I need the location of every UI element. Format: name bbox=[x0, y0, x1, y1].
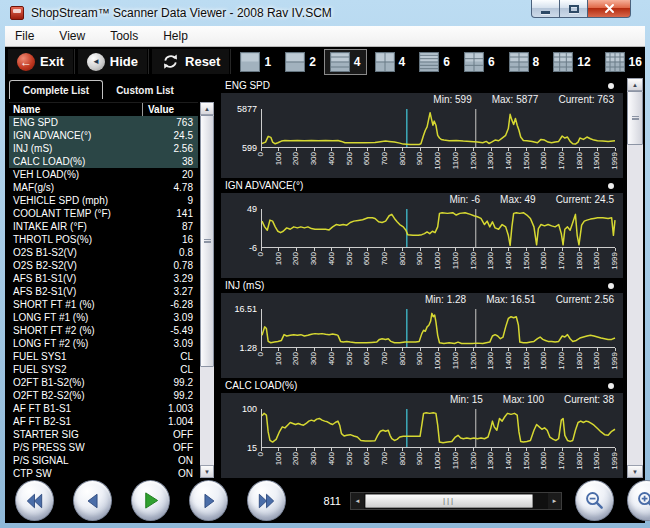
x-tick-label: 1700 bbox=[557, 152, 567, 178]
layout-button-12-4x3[interactable]: 12 bbox=[547, 49, 596, 75]
record-icon[interactable] bbox=[608, 183, 614, 189]
skip-to-start-button[interactable] bbox=[15, 480, 54, 521]
menu-file[interactable]: File bbox=[15, 29, 34, 43]
param-row[interactable]: P/S PRESS SWOFF bbox=[9, 441, 198, 454]
app-window: ShopStream™ Scanner Data Viewer - 2008 R… bbox=[0, 0, 650, 528]
layout-button-4-4x1[interactable]: 4 bbox=[324, 49, 367, 75]
param-name: O2FT B1-S2(%) bbox=[9, 377, 144, 388]
scroll-up-button[interactable]: ▲ bbox=[200, 102, 214, 115]
param-row[interactable]: MAF(g/s)4.78 bbox=[9, 181, 198, 194]
list-scrollbar-thumb[interactable] bbox=[200, 115, 214, 367]
layout-button-2-2x1[interactable]: 2 bbox=[279, 49, 322, 75]
x-tick-label: 600 bbox=[362, 252, 372, 278]
x-tick-label: 900 bbox=[415, 452, 425, 478]
tab-custom-list[interactable]: Custom List bbox=[103, 81, 187, 99]
param-name: AF FT B2-S1 bbox=[9, 416, 144, 427]
param-value: ON bbox=[144, 455, 198, 466]
x-tick-label: 1700 bbox=[557, 452, 567, 478]
grid-icon bbox=[509, 52, 529, 72]
step-back-button[interactable] bbox=[73, 480, 112, 521]
param-row[interactable]: LONG FT #1 (%)3.09 bbox=[9, 311, 198, 324]
param-row[interactable]: VEH LOAD(%)20 bbox=[9, 168, 198, 181]
x-tick-label: 1900 bbox=[592, 152, 602, 178]
param-name: ENG SPD bbox=[9, 117, 144, 128]
param-row[interactable]: AFS B2-S1(V)3.27 bbox=[9, 285, 198, 298]
scroll-down-button[interactable]: ▼ bbox=[200, 465, 214, 478]
param-row[interactable]: INJ (mS)2.56 bbox=[9, 142, 198, 155]
grid-icon bbox=[605, 52, 625, 72]
param-row[interactable]: O2FT B1-S2(%)99.2 bbox=[9, 376, 198, 389]
exit-button[interactable]: ← Exit bbox=[8, 49, 73, 74]
charts-scrollbar-thumb[interactable] bbox=[627, 91, 643, 145]
fast-forward-button[interactable] bbox=[247, 480, 286, 521]
param-row[interactable]: LONG FT #2 (%)3.09 bbox=[9, 337, 198, 350]
layout-button-1-1x1[interactable]: 1 bbox=[234, 49, 277, 75]
param-row[interactable]: AFS B1-S1(V)3.29 bbox=[9, 272, 198, 285]
param-row[interactable]: AF FT B1-S11.003 bbox=[9, 402, 198, 415]
param-name: STARTER SIG bbox=[9, 429, 144, 440]
param-row[interactable]: INTAKE AIR (°F)87 bbox=[9, 220, 198, 233]
tab-complete-list[interactable]: Complete List bbox=[9, 80, 103, 99]
scroll-up-button[interactable]: ▲ bbox=[627, 78, 643, 91]
param-row[interactable]: O2S B2-S2(V)0.78 bbox=[9, 259, 198, 272]
param-row[interactable]: VEHICLE SPD (mph)9 bbox=[9, 194, 198, 207]
minimize-button[interactable] bbox=[531, 0, 560, 18]
zoom-out-button[interactable] bbox=[575, 480, 614, 521]
chart-plot[interactable] bbox=[261, 409, 615, 448]
x-tick-label: 1000 bbox=[433, 452, 443, 478]
param-name: FUEL SYS2 bbox=[9, 364, 144, 375]
record-icon[interactable] bbox=[608, 283, 614, 289]
x-tick-label: 800 bbox=[398, 352, 408, 378]
scroll-right-button[interactable]: ► bbox=[548, 493, 561, 509]
chart-plot[interactable] bbox=[261, 109, 615, 148]
layout-button-4-2x2[interactable]: 4 bbox=[369, 49, 412, 75]
hide-button[interactable]: ◄ Hide bbox=[78, 49, 147, 74]
timeline-scrollbar-thumb[interactable]: ||| bbox=[365, 494, 533, 508]
menu-help[interactable]: Help bbox=[163, 29, 188, 43]
play-button[interactable] bbox=[131, 480, 170, 521]
chart-plot[interactable] bbox=[261, 309, 615, 348]
param-row[interactable]: AF FT B2-S11.004 bbox=[9, 415, 198, 428]
charts-scrollbar[interactable]: ▲ ▼ bbox=[627, 78, 643, 478]
param-row[interactable]: IGN ADVANCE(°)24.5 bbox=[9, 129, 198, 142]
maximize-button[interactable] bbox=[559, 0, 588, 18]
x-tick-label: 1100 bbox=[451, 352, 461, 378]
play-icon bbox=[141, 491, 160, 510]
layout-button-16-4x4[interactable]: 16 bbox=[599, 49, 648, 75]
record-icon[interactable] bbox=[608, 83, 614, 89]
param-row[interactable]: SHORT FT #1 (%)-6.28 bbox=[9, 298, 198, 311]
chart-plot[interactable] bbox=[261, 209, 615, 248]
zoom-in-button[interactable] bbox=[627, 480, 650, 521]
param-row[interactable]: CALC LOAD(%)38 bbox=[9, 155, 198, 168]
record-icon[interactable] bbox=[608, 383, 614, 389]
x-tick-label: 1800 bbox=[575, 352, 585, 378]
param-row[interactable]: P/S SIGNALON bbox=[9, 454, 198, 467]
param-row[interactable]: STARTER SIGOFF bbox=[9, 428, 198, 441]
timeline-scrollbar[interactable]: ◄ ||| ► bbox=[350, 492, 562, 510]
x-tick-label: 300 bbox=[309, 452, 319, 478]
layout-button-8-4x2[interactable]: 8 bbox=[503, 49, 546, 75]
menu-tools[interactable]: Tools bbox=[110, 29, 138, 43]
param-row[interactable]: THROTL POS(%)16 bbox=[9, 233, 198, 246]
param-row[interactable]: COOLANT TEMP (°F)141 bbox=[9, 207, 198, 220]
scroll-left-button[interactable]: ◄ bbox=[351, 493, 364, 509]
param-row[interactable]: FUEL SYS1CL bbox=[9, 350, 198, 363]
layout-button-6-3x2[interactable]: 6 bbox=[458, 49, 501, 75]
param-row[interactable]: O2FT B2-S2(%)99.2 bbox=[9, 389, 198, 402]
param-row[interactable]: O2S B1-S2(V)0.8 bbox=[9, 246, 198, 259]
step-forward-button[interactable] bbox=[189, 480, 228, 521]
x-tick-label: 900 bbox=[415, 252, 425, 278]
list-scrollbar[interactable]: ▲ ▼ bbox=[200, 102, 214, 478]
menu-view[interactable]: View bbox=[59, 29, 85, 43]
x-tick-label: 1300 bbox=[486, 352, 496, 378]
reset-button[interactable]: Reset bbox=[152, 49, 229, 74]
x-tick-label: 1000 bbox=[433, 252, 443, 278]
param-row[interactable]: SHORT FT #2 (%)-5.49 bbox=[9, 324, 198, 337]
x-tick-label: 800 bbox=[398, 252, 408, 278]
scroll-down-button[interactable]: ▼ bbox=[627, 465, 643, 478]
close-button[interactable] bbox=[587, 0, 631, 18]
layout-button-6-6x1[interactable]: 6 bbox=[413, 49, 456, 75]
param-row[interactable]: FUEL SYS2CL bbox=[9, 363, 198, 376]
x-tick-label: 1000 bbox=[433, 352, 443, 378]
param-row[interactable]: ENG SPD763 bbox=[9, 116, 198, 129]
